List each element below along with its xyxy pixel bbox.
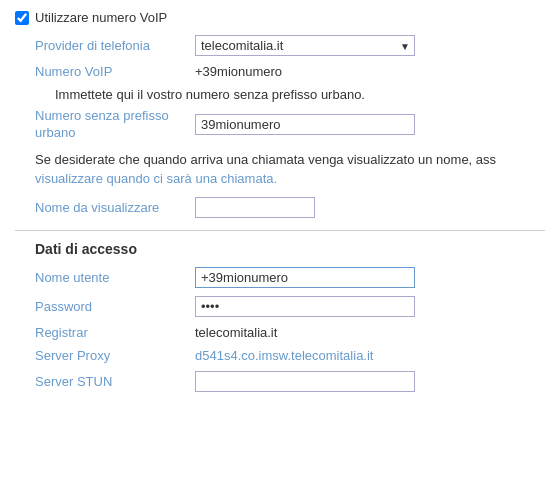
numero-senza-row: Numero senza prefisso urbano [15,108,545,142]
server-proxy-label: Server Proxy [35,348,195,363]
server-proxy-value: d541s4.co.imsw.telecomitalia.it [195,348,373,363]
hint-text: Immettete qui il vostro numero senza pre… [15,87,545,102]
description-text: Se desiderate che quando arriva una chia… [15,150,545,189]
voip-checkbox-label: Utilizzare numero VoIP [35,10,167,25]
server-stun-input[interactable] [195,371,415,392]
section-divider [15,230,545,231]
nome-utente-input[interactable] [195,267,415,288]
provider-label: Provider di telefonia [35,38,195,53]
voip-checkbox[interactable] [15,11,29,25]
password-row: Password [15,296,545,317]
provider-select[interactable]: telecomitalia.itOther [195,35,415,56]
registrar-value: telecomitalia.it [195,325,277,340]
numero-voip-value: +39mionumero [195,64,282,79]
registrar-label: Registrar [35,325,195,340]
registrar-row: Registrar telecomitalia.it [15,325,545,340]
access-section-title: Dati di accesso [15,241,545,257]
numero-senza-input[interactable] [195,114,415,135]
server-stun-row: Server STUN [15,371,545,392]
numero-voip-label: Numero VoIP [35,64,195,79]
server-stun-label: Server STUN [35,374,195,389]
nome-label: Nome da visualizzare [35,200,195,215]
voip-section-header: Utilizzare numero VoIP [15,10,545,25]
server-proxy-row: Server Proxy d541s4.co.imsw.telecomitali… [15,348,545,363]
provider-select-wrap: telecomitalia.itOther ▼ [195,35,415,56]
provider-row: Provider di telefonia telecomitalia.itOt… [15,35,545,56]
nome-utente-row: Nome utente [15,267,545,288]
nome-row: Nome da visualizzare [15,197,545,218]
password-input[interactable] [195,296,415,317]
nome-input[interactable] [195,197,315,218]
numero-senza-label: Numero senza prefisso urbano [35,108,195,142]
nome-utente-label: Nome utente [35,270,195,285]
access-section: Dati di accesso Nome utente Password Reg… [15,241,545,392]
password-label: Password [35,299,195,314]
numero-voip-row: Numero VoIP +39mionumero [15,64,545,79]
